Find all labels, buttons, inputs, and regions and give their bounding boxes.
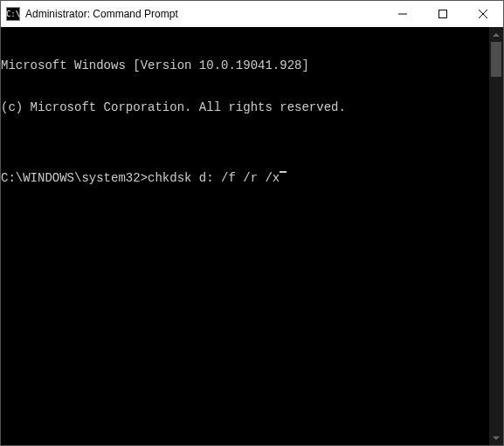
terminal-line: (c) Microsoft Corporation. All rights re… bbox=[1, 100, 486, 114]
cursor bbox=[280, 171, 287, 173]
app-icon-text: C:\ bbox=[6, 10, 20, 18]
scroll-down-button[interactable] bbox=[489, 430, 503, 445]
maximize-icon bbox=[438, 10, 447, 18]
command-prompt-window: C:\ Administrator: Command Prompt bbox=[0, 0, 504, 446]
scroll-up-button[interactable] bbox=[489, 27, 503, 42]
svg-rect-1 bbox=[439, 10, 447, 18]
chevron-down-icon bbox=[493, 436, 500, 440]
minimize-button[interactable] bbox=[383, 1, 423, 27]
prompt-line: C:\WINDOWS\system32>chkdsk d: /f /r /x bbox=[1, 171, 486, 185]
close-button[interactable] bbox=[463, 1, 503, 27]
prompt-path: C:\WINDOWS\system32> bbox=[1, 171, 148, 185]
scroll-thumb[interactable] bbox=[491, 42, 501, 77]
command-input[interactable]: chkdsk d: /f /r /x bbox=[148, 171, 280, 185]
window-controls bbox=[383, 1, 503, 27]
chevron-up-icon bbox=[493, 33, 500, 37]
svg-marker-4 bbox=[493, 33, 500, 37]
minimize-icon bbox=[398, 10, 407, 18]
svg-marker-5 bbox=[493, 436, 500, 440]
scrollbar[interactable] bbox=[489, 27, 503, 445]
scroll-track[interactable] bbox=[489, 42, 503, 430]
terminal-content[interactable]: Microsoft Windows [Version 10.0.19041.92… bbox=[1, 27, 489, 445]
titlebar[interactable]: C:\ Administrator: Command Prompt bbox=[1, 1, 503, 27]
close-icon bbox=[479, 10, 487, 18]
terminal-line: Microsoft Windows [Version 10.0.19041.92… bbox=[1, 58, 486, 72]
app-icon: C:\ bbox=[6, 7, 20, 21]
terminal-area: Microsoft Windows [Version 10.0.19041.92… bbox=[1, 27, 503, 445]
maximize-button[interactable] bbox=[423, 1, 463, 27]
window-title: Administrator: Command Prompt bbox=[25, 8, 178, 20]
